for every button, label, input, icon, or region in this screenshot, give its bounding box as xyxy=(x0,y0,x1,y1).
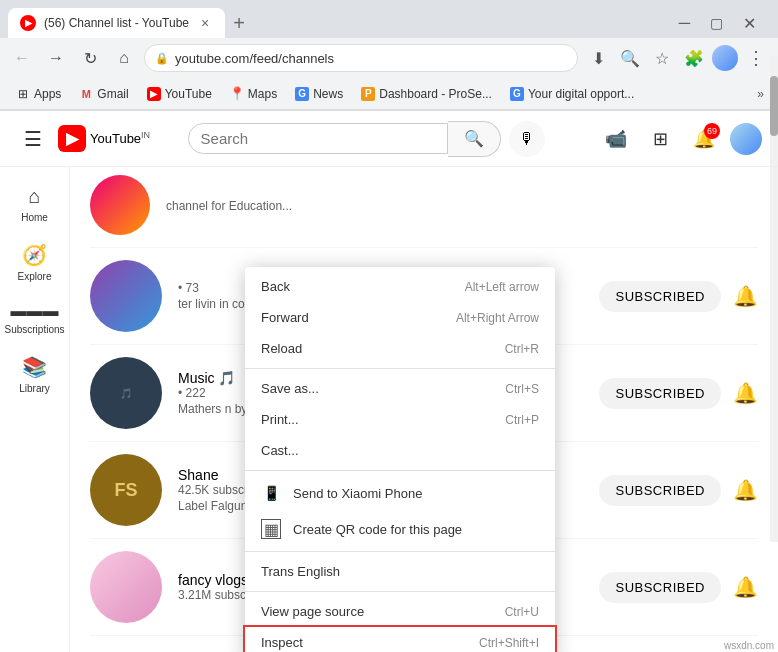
qr-icon: ▦ xyxy=(261,519,281,539)
scrollbar[interactable] xyxy=(770,167,778,542)
yt-body: ⌂ Home 🧭 Explore ▬▬▬ Subscriptions 📚 Lib… xyxy=(0,167,778,652)
extensions-icon[interactable]: 🧩 xyxy=(680,44,708,72)
bookmark-gmail-label: Gmail xyxy=(97,87,128,101)
bookmark-news[interactable]: G News xyxy=(287,84,351,104)
video-upload-icon[interactable]: 📹 xyxy=(598,121,634,157)
youtube-app: ☰ ▶ YouTubeIN 🔍 🎙 📹 ⊞ 🔔 69 xyxy=(0,111,778,652)
menu-item-reload[interactable]: Reload Ctrl+R xyxy=(245,333,555,364)
yt-menu-button[interactable]: ☰ xyxy=(16,119,50,159)
mic-button[interactable]: 🎙 xyxy=(509,121,545,157)
more-bookmarks-button[interactable]: » xyxy=(751,84,770,104)
news-favicon: G xyxy=(295,87,309,101)
bookmark-dashboard[interactable]: P Dashboard - ProSe... xyxy=(353,84,500,104)
channel-item: channel for Education... xyxy=(90,175,758,248)
menu-item-back[interactable]: Back Alt+Left arrow xyxy=(245,271,555,302)
sidebar-explore-label: Explore xyxy=(18,271,52,282)
search-button[interactable]: 🔍 xyxy=(448,121,501,157)
youtube-favicon: ▶ xyxy=(147,87,161,101)
tab-close-button[interactable]: × xyxy=(197,15,213,31)
menu-save-label: Save as... xyxy=(261,381,493,396)
menu-viewsource-label: View page source xyxy=(261,604,493,619)
bookmark-maps[interactable]: 📍 Maps xyxy=(222,84,285,104)
menu-item-translate[interactable]: Trans English xyxy=(245,556,555,587)
menu-item-qr[interactable]: ▦ Create QR code for this page xyxy=(245,511,555,547)
menu-inspect-label: Inspect xyxy=(261,635,467,650)
menu-item-forward[interactable]: Forward Alt+Right Arrow xyxy=(245,302,555,333)
user-avatar[interactable] xyxy=(730,123,762,155)
sidebar-library-label: Library xyxy=(19,383,50,394)
yt-logo-text: YouTubeIN xyxy=(90,130,150,146)
channel-thumb xyxy=(90,175,150,235)
dashboard-favicon: P xyxy=(361,87,375,101)
bell-icon[interactable]: 🔔 xyxy=(733,478,758,502)
bookmark-digital-label: Your digital opport... xyxy=(528,87,634,101)
minimize-icon[interactable]: ─ xyxy=(673,14,696,32)
search-input[interactable] xyxy=(201,130,435,147)
channel-thumb: FS xyxy=(90,454,162,526)
bell-icon[interactable]: 🔔 xyxy=(733,284,758,308)
menu-divider xyxy=(245,551,555,552)
subscribe-button[interactable]: SUBSCRIBED xyxy=(599,281,721,312)
menu-cast-label: Cast... xyxy=(261,443,539,458)
maximize-icon[interactable]: ▢ xyxy=(704,15,729,31)
yt-header: ☰ ▶ YouTubeIN 🔍 🎙 📹 ⊞ 🔔 69 xyxy=(0,111,778,167)
menu-divider xyxy=(245,368,555,369)
explore-icon: 🧭 xyxy=(22,243,47,267)
close-icon[interactable]: ✕ xyxy=(737,14,762,33)
menu-print-shortcut: Ctrl+P xyxy=(505,413,539,427)
apps-grid-icon[interactable]: ⊞ xyxy=(642,121,678,157)
bell-icon[interactable]: 🔔 xyxy=(733,381,758,405)
menu-item-xiaomi[interactable]: 📱 Send to Xiaomi Phone xyxy=(245,475,555,511)
new-tab-button[interactable]: + xyxy=(225,9,253,37)
yt-logo[interactable]: ▶ YouTubeIN xyxy=(58,125,150,152)
profile-avatar[interactable] xyxy=(712,45,738,71)
home-icon: ⌂ xyxy=(28,185,40,208)
sidebar-item-explore[interactable]: 🧭 Explore xyxy=(0,233,69,292)
context-menu: Back Alt+Left arrow Forward Alt+Right Ar… xyxy=(245,267,555,652)
bell-icon[interactable]: 🔔 xyxy=(733,575,758,599)
menu-item-print[interactable]: Print... Ctrl+P xyxy=(245,404,555,435)
yt-logo-icon: ▶ xyxy=(58,125,86,152)
menu-back-shortcut: Alt+Left arrow xyxy=(465,280,539,294)
channel-desc: channel for Education... xyxy=(166,199,758,213)
gmail-favicon: M xyxy=(79,87,93,101)
yt-content: channel for Education... • 73 ter livin … xyxy=(70,167,778,652)
bookmark-apps-label: Apps xyxy=(34,87,61,101)
notifications-icon[interactable]: 🔔 69 xyxy=(686,121,722,157)
menu-item-save[interactable]: Save as... Ctrl+S xyxy=(245,373,555,404)
menu-item-inspect[interactable]: Inspect Ctrl+Shift+I xyxy=(245,627,555,652)
subscribe-button[interactable]: SUBSCRIBED xyxy=(599,378,721,409)
address-box[interactable]: 🔒 youtube.com/feed/channels xyxy=(144,44,578,72)
subscriptions-icon: ▬▬▬ xyxy=(11,302,59,320)
channel-thumb xyxy=(90,551,162,623)
menu-item-viewsource[interactable]: View page source Ctrl+U xyxy=(245,596,555,627)
forward-button[interactable]: → xyxy=(42,44,70,72)
menu-reload-label: Reload xyxy=(261,341,493,356)
home-button[interactable]: ⌂ xyxy=(110,44,138,72)
back-button[interactable]: ← xyxy=(8,44,36,72)
refresh-button[interactable]: ↻ xyxy=(76,44,104,72)
sidebar-item-home[interactable]: ⌂ Home xyxy=(0,175,69,233)
menu-forward-label: Forward xyxy=(261,310,444,325)
bookmark-youtube-label: YouTube xyxy=(165,87,212,101)
search-toolbar-icon[interactable]: 🔍 xyxy=(616,44,644,72)
subscribe-button[interactable]: SUBSCRIBED xyxy=(599,572,721,603)
search-box[interactable] xyxy=(188,123,448,154)
active-tab[interactable]: ▶ (56) Channel list - YouTube × xyxy=(8,8,225,38)
menu-item-cast[interactable]: Cast... xyxy=(245,435,555,466)
bookmark-gmail[interactable]: M Gmail xyxy=(71,84,136,104)
sidebar-item-library[interactable]: 📚 Library xyxy=(0,345,69,404)
download-icon[interactable]: ⬇ xyxy=(584,44,612,72)
address-bar-row: ← → ↻ ⌂ 🔒 youtube.com/feed/channels ⬇ 🔍 … xyxy=(0,38,778,78)
menu-icon[interactable]: ⋮ xyxy=(742,44,770,72)
channel-actions: SUBSCRIBED 🔔 xyxy=(599,475,758,506)
bookmark-youtube[interactable]: ▶ YouTube xyxy=(139,84,220,104)
bookmark-digital[interactable]: G Your digital opport... xyxy=(502,84,642,104)
browser-chrome: ▶ (56) Channel list - YouTube × + ─ ▢ ✕ … xyxy=(0,0,778,111)
sidebar-item-subscriptions[interactable]: ▬▬▬ Subscriptions xyxy=(0,292,69,345)
bookmark-icon[interactable]: ☆ xyxy=(648,44,676,72)
bookmark-apps[interactable]: ⊞ Apps xyxy=(8,84,69,104)
channel-actions: SUBSCRIBED 🔔 xyxy=(599,572,758,603)
yt-sidebar: ⌂ Home 🧭 Explore ▬▬▬ Subscriptions 📚 Lib… xyxy=(0,167,70,652)
subscribe-button[interactable]: SUBSCRIBED xyxy=(599,475,721,506)
